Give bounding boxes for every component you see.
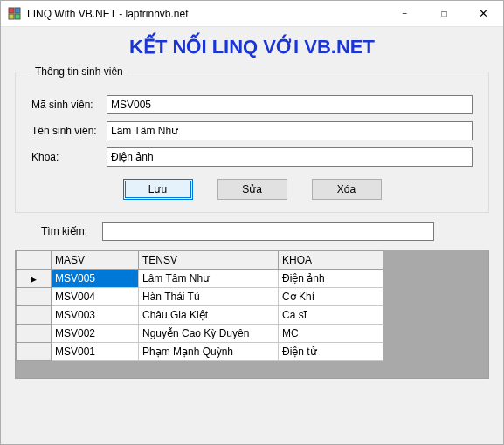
masv-input[interactable] — [107, 95, 473, 114]
table-row[interactable]: ▶MSV005Lâm Tâm NhưĐiện ảnh — [17, 270, 383, 288]
titlebar[interactable]: LINQ With VB.NET - laptrinhvb.net − □ ✕ — [1, 1, 503, 27]
grid-header-masv[interactable]: MASV — [52, 251, 139, 270]
close-button[interactable]: ✕ — [464, 1, 503, 26]
grid-header-row: MASV TENSV KHOA — [17, 251, 383, 270]
window-title: LINQ With VB.NET - laptrinhvb.net — [27, 8, 385, 20]
table-row[interactable]: MSV003Châu Gia KiệtCa sĩ — [17, 306, 383, 325]
row-header[interactable] — [17, 288, 52, 306]
cell-masv[interactable]: MSV002 — [52, 325, 139, 343]
cell-tensv[interactable]: Nguyễn Cao Kỳ Duyên — [139, 325, 279, 343]
tensv-input[interactable] — [107, 121, 473, 140]
maximize-button[interactable]: □ — [425, 1, 464, 26]
search-input[interactable] — [102, 222, 434, 241]
cell-masv[interactable]: MSV005 — [52, 270, 139, 288]
delete-button[interactable]: Xóa — [312, 179, 382, 200]
svg-rect-2 — [9, 14, 14, 19]
client-area: KẾT NỐI LINQ VỚI VB.NET Thông tin sinh v… — [1, 27, 503, 444]
khoa-label: Khoa: — [31, 151, 107, 163]
row-header[interactable] — [17, 325, 52, 343]
data-grid[interactable]: MASV TENSV KHOA ▶MSV005Lâm Tâm NhưĐiện ả… — [15, 250, 489, 379]
table-row[interactable]: MSV001Phạm Mạnh QuỳnhĐiện tử — [17, 343, 383, 361]
svg-rect-0 — [9, 8, 14, 13]
cell-masv[interactable]: MSV003 — [52, 306, 139, 325]
row-header[interactable] — [17, 343, 52, 361]
grid-header-khoa[interactable]: KHOA — [279, 251, 383, 270]
cell-khoa[interactable]: Điện tử — [279, 343, 383, 361]
cell-tensv[interactable]: Phạm Mạnh Quỳnh — [139, 343, 279, 361]
page-title: KẾT NỐI LINQ VỚI VB.NET — [15, 36, 489, 58]
minimize-button[interactable]: − — [385, 1, 425, 26]
edit-button[interactable]: Sửa — [217, 179, 287, 200]
cell-masv[interactable]: MSV001 — [52, 343, 139, 361]
cell-khoa[interactable]: Ca sĩ — [279, 306, 383, 325]
table-row[interactable]: MSV002Nguyễn Cao Kỳ DuyênMC — [17, 325, 383, 343]
cell-khoa[interactable]: Điện ảnh — [279, 270, 383, 288]
khoa-input[interactable] — [107, 147, 473, 167]
tensv-label: Tên sinh viên: — [31, 125, 107, 137]
cell-tensv[interactable]: Hàn Thái Tú — [139, 288, 279, 306]
grid-corner[interactable] — [17, 251, 52, 270]
student-info-group: Thông tin sinh viên Mã sinh viên: Tên si… — [15, 65, 489, 213]
svg-rect-1 — [15, 8, 20, 13]
cell-tensv[interactable]: Châu Gia Kiệt — [139, 306, 279, 325]
cell-masv[interactable]: MSV004 — [52, 288, 139, 306]
row-header[interactable]: ▶ — [17, 270, 52, 288]
save-button[interactable]: Lưu — [123, 179, 193, 200]
table-row[interactable]: MSV004Hàn Thái TúCơ Khí — [17, 288, 383, 306]
app-icon — [8, 7, 22, 21]
svg-rect-3 — [15, 14, 20, 19]
group-legend: Thông tin sinh viên — [31, 65, 127, 78]
current-row-indicator-icon: ▶ — [31, 275, 37, 284]
masv-label: Mã sinh viên: — [31, 99, 107, 111]
cell-khoa[interactable]: Cơ Khí — [279, 288, 383, 306]
cell-khoa[interactable]: MC — [279, 325, 383, 343]
search-label: Tìm kiếm: — [41, 225, 102, 237]
cell-tensv[interactable]: Lâm Tâm Như — [139, 270, 279, 288]
grid-header-tensv[interactable]: TENSV — [139, 251, 279, 270]
row-header[interactable] — [17, 306, 52, 325]
